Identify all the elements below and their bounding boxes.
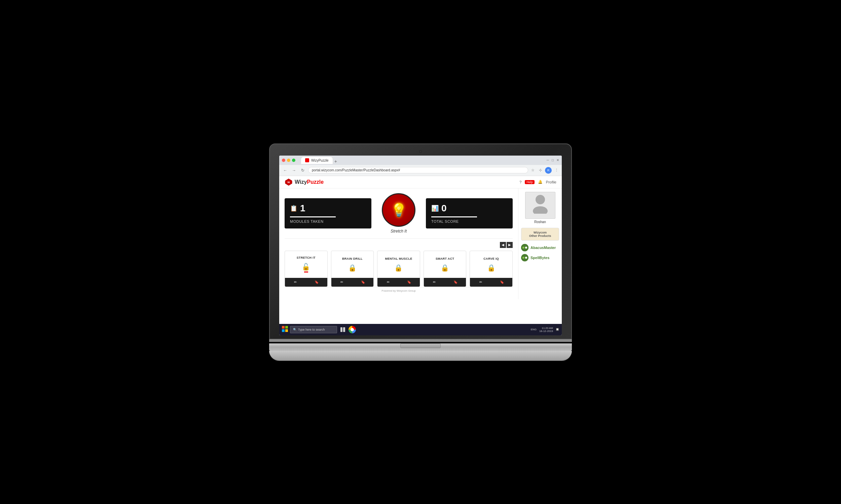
app-content: W WizyPuzzle ? Help 🔔 Profile [279,176,562,324]
module-footer-3: ✏ 🔖 [424,278,466,287]
browser-chrome: WizyPuzzle + ─ □ ✕ ← → ↻ portal.wiz [279,156,562,176]
browser-toolbar: ← → ↻ portal.wizycom.com/PuzzleMaster/Pu… [279,165,562,176]
module-card-smart-act: SMART ACT 🔒 ✏ 🔖 [424,251,467,287]
tab-title: WizyPuzzle [311,159,329,162]
minimize-icon[interactable]: ─ [547,158,549,162]
start-button[interactable] [282,326,288,333]
laptop-bottom [269,351,572,361]
search-icon: 🔍 [293,328,297,331]
module-footer-2: ✏ 🔖 [377,278,420,287]
chrome-icon[interactable] [348,326,356,333]
modules-bar [290,216,336,217]
stats-row: 📋 1 MODULES TAKEN 💡 [285,193,513,234]
module-card-stretch-it: STRETCH IT 🔓 ✏ 🔖 [285,251,328,287]
logo-text: WizyPuzzle [295,179,324,185]
prev-arrow[interactable]: ◀ [500,242,506,248]
taskview-icon[interactable] [339,326,346,333]
edit-btn-2[interactable]: ✏ [384,279,392,285]
minimize-button[interactable] [287,159,290,162]
lock-icon-0: 🔓 [302,263,310,271]
svg-rect-12 [282,329,285,332]
screen-bezel: WizyPuzzle + ─ □ ✕ ← → ↻ portal.wiz [269,143,572,339]
red-dot-0 [304,271,308,272]
svg-rect-11 [285,326,288,329]
module-footer-4: ✏ 🔖 [470,278,512,287]
module-footer-0: ✏ 🔖 [285,278,327,287]
edit-btn-0[interactable]: ✏ [291,279,299,285]
logo-wizy: Wizy [295,179,307,185]
bookmark-btn-1[interactable]: 🔖 [359,279,367,285]
close-button[interactable] [282,159,285,162]
url-text: portal.wizycom.com/PuzzleMaster/PuzzleDa… [312,168,400,172]
menu-icon[interactable]: ⋮ [554,168,559,173]
maximize-button[interactable] [292,159,295,162]
taskbar-lang: ENG [531,328,536,331]
edit-btn-3[interactable]: ✏ [430,279,438,285]
header-nav: ? Help 🔔 Profile [519,180,556,184]
refresh-button[interactable]: ↻ [299,167,306,174]
profile-card: Roshan [521,192,559,224]
tab-favicon [305,158,309,162]
module-card-mental-muscle: MENTAL MUSCLE 🔒 ✏ 🔖 [377,251,420,287]
profile-link[interactable]: Profile [546,180,556,184]
module-card-body-2: MENTAL MUSCLE 🔒 [377,251,420,278]
lock-icon-4: 🔒 [487,264,496,272]
module-card-body-3: SMART ACT 🔒 [424,251,466,278]
module-card-body-0: STRETCH IT 🔓 [285,251,327,278]
svg-rect-15 [343,327,345,332]
abacusmaster-link[interactable]: AbacusMaster [521,244,559,251]
taskbar-search-box[interactable]: 🔍 Type here to search [290,326,337,333]
app-footer: Powered by Wizycom Group [285,287,513,294]
restore-icon[interactable]: □ [552,158,554,162]
svg-rect-10 [282,326,285,329]
star-icon[interactable]: ☆ [530,168,535,173]
lock-icon-2: 🔒 [394,264,403,272]
lock-icon-1: 🔒 [348,264,357,272]
bookmark-icon[interactable]: ⊹ [537,168,543,173]
modules-header: ◀ ▶ [285,242,513,248]
svg-point-6 [525,247,527,249]
taskbar-time-display: 11:20 AM [539,327,553,330]
tab-bar: WizyPuzzle + [298,157,547,164]
close-icon[interactable]: ✕ [556,158,559,162]
next-arrow[interactable]: ▶ [507,242,513,248]
svg-point-2 [535,195,545,204]
bookmark-btn-4[interactable]: 🔖 [498,279,506,285]
svg-point-7 [521,254,529,262]
svg-point-9 [525,257,527,259]
score-bar [431,216,477,217]
profile-name: Roshan [521,220,559,224]
bookmark-btn-2[interactable]: 🔖 [405,279,413,285]
module-title-0: STRETCH IT [297,256,315,259]
svg-rect-14 [340,327,342,332]
avatar-box [525,192,555,219]
account-icon[interactable]: R [545,167,552,174]
bookmark-btn-3[interactable]: 🔖 [451,279,460,285]
forward-button[interactable]: → [291,167,297,174]
new-tab-button[interactable]: + [334,159,337,164]
section-divider [285,238,513,238]
address-bar[interactable]: portal.wizycom.com/PuzzleMaster/PuzzleDa… [308,167,528,173]
help-badge[interactable]: Help [525,180,534,184]
spellbytes-link[interactable]: SpellBytes [521,254,559,262]
laptop-screen: WizyPuzzle + ─ □ ✕ ← → ↻ portal.wiz [279,156,562,335]
hero-circle[interactable]: 💡 [382,193,415,227]
module-title-2: MENTAL MUSCLE [385,257,412,260]
app-left: 📋 1 MODULES TAKEN 💡 [279,188,518,299]
active-tab[interactable]: WizyPuzzle [301,157,333,164]
svg-point-5 [522,247,525,249]
notification-icon[interactable]: 🔲 [556,328,559,331]
bell-icon[interactable]: 🔔 [538,180,543,184]
titlebar-controls: ─ □ ✕ [547,158,559,162]
logo-area: W WizyPuzzle [285,178,324,186]
taskbar-date-display: 18-12-2019 [539,330,553,332]
module-card-brain-drill: BRAIN DRILL 🔒 ✏ 🔖 [331,251,374,287]
edit-btn-4[interactable]: ✏ [477,279,485,285]
back-button[interactable]: ← [282,167,289,174]
footer-text: Powered by Wizycom Group [381,289,415,292]
trackpad[interactable] [400,343,441,348]
edit-btn-1[interactable]: ✏ [338,279,346,285]
logo-svg: W [285,178,293,186]
bookmark-btn-0[interactable]: 🔖 [312,279,321,285]
app-header: W WizyPuzzle ? Help 🔔 Profile [279,176,562,188]
